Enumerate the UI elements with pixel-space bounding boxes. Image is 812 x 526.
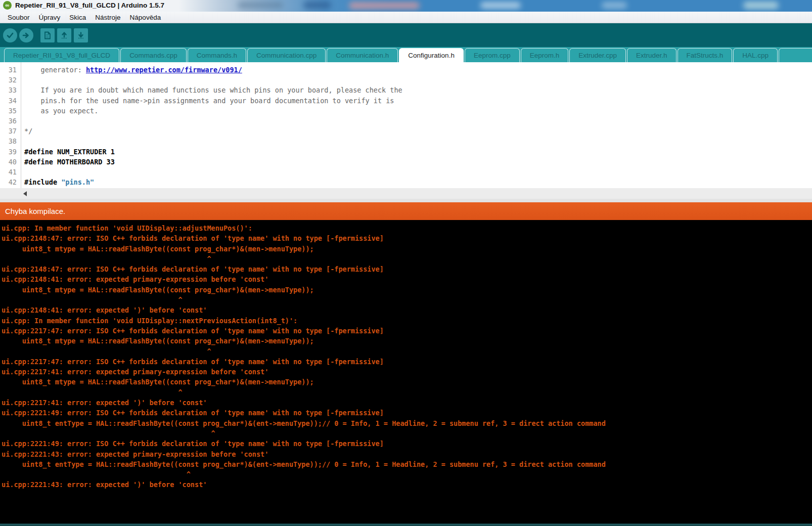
code-text [21,136,24,146]
tab-eeprom-cpp[interactable]: Eeprom.cpp [465,48,520,62]
background-window-artifact [480,2,521,9]
tab-extruder-cpp[interactable]: Extruder.cpp [569,48,626,62]
console-line: ui.cpp: In member function 'void UIDispl… [2,316,812,326]
status-strip [0,523,812,526]
console-line: uint8_t mtype = HAL::readFlashByte((cons… [2,377,812,387]
line-number: 41 [0,167,21,177]
console-line: ui.cpp:2148:47: error: ISO C++ forbids d… [2,233,812,243]
document-icon [43,31,52,39]
tab-communication-cpp[interactable]: Communication.cpp [247,48,326,62]
console-line: ^ [2,469,812,479]
tab-commands-h[interactable]: Commands.h [188,48,246,62]
console-line: ui.cpp:2148:41: error: expected primary-… [2,274,812,284]
open-button[interactable] [57,28,71,42]
file-tab-bar: Repetier_RII_91_V8_full_GLCDCommands.cpp… [0,47,812,62]
line-number: 34 [0,96,21,106]
console-output: ui.cpp: In member function 'void UIDispl… [0,220,812,523]
background-window-artifact [743,2,779,9]
code-text: #define NUM_EXTRUDER 1 [21,147,115,157]
background-window-artifact [303,1,331,9]
compile-error-message: Chyba kompilace. [5,207,65,215]
console-line: ^ [2,428,812,439]
line-number: 35 [0,106,21,116]
console-line: ui.cpp:2217:47: error: ISO C++ forbids d… [2,357,812,367]
divider [0,199,812,202]
code-text [21,116,24,126]
tab-fatstructs-h[interactable]: FatStructs.h [678,48,733,62]
line-number: 38 [0,136,21,146]
line-number: 37 [0,126,21,136]
code-text: pins.h for the used name->pin assignment… [21,96,394,106]
line-number: 42 [0,177,21,187]
compile-status-bar: Chyba kompilace. [0,202,812,220]
code-line: 36 [0,116,812,126]
console-line: ^ [2,254,812,264]
line-number: 31 [0,65,21,75]
console-line: ui.cpp:2217:47: error: ISO C++ forbids d… [2,326,812,336]
tab-commands-cpp[interactable]: Commands.cpp [120,48,187,62]
console-line: ^ [2,387,812,398]
upload-button[interactable] [19,28,33,42]
menu-item-pravy[interactable]: Úpravy [34,13,65,22]
background-window-artifact [349,2,420,9]
menu-item-nstroje[interactable]: Nástroje [91,13,125,22]
code-text: If you are in doubt which named function… [21,85,402,95]
code-link[interactable]: http://www.repetier.com/firmware/v091/ [86,66,242,74]
line-number: 39 [0,147,21,157]
horizontal-scrollbar[interactable] [0,188,812,199]
console-line: uint8_t entType = HAL::readFlashByte((co… [2,418,812,428]
scroll-left-arrow-icon[interactable] [23,191,27,196]
background-window-artifact [238,2,283,9]
console-line: ui.cpp:2148:41: error: expected ')' befo… [2,305,812,315]
code-text: #include "pins.h" [21,177,94,187]
code-line: 33 If you are in doubt which named funct… [0,85,812,95]
console-line: uint8_t entType = HAL::readFlashByte((co… [2,459,812,469]
tab-hal-cpp[interactable]: HAL.cpp [733,48,778,62]
console-line: ui.cpp:2148:47: error: ISO C++ forbids d… [2,264,812,274]
toolbar [0,23,812,47]
code-editor[interactable]: 31 generator: http://www.repetier.com/fi… [0,62,812,188]
code-line: 38 [0,136,812,146]
menu-item-npovda[interactable]: Nápověda [125,13,166,22]
console-line: ^ [2,346,812,357]
line-number: 32 [0,75,21,85]
check-icon [6,31,14,39]
arrow-down-icon [77,31,85,39]
title-bar: ∞ Repetier_RII_91_V8_full_GLCD | Arduino… [0,0,812,12]
verify-button[interactable] [3,28,17,42]
tab-eeprom-h[interactable]: Eeprom.h [521,48,569,62]
console-line: uint8_t mtype = HAL::readFlashByte((cons… [2,285,812,295]
code-line: 32 [0,75,812,85]
console-line: ui.cpp:2221:43: error: expected ')' befo… [2,479,812,490]
console-line: ui.cpp:2221:49: error: ISO C++ forbids d… [2,408,812,418]
tab-repetier-rii-91-v8-full-glcd[interactable]: Repetier_RII_91_V8_full_GLCD [4,48,119,62]
new-button[interactable] [40,28,55,42]
code-text: */ [21,126,32,136]
code-line: 40#define MOTHERBOARD 33 [0,157,812,167]
console-line: ^ [2,295,812,305]
console-line: ui.cpp:2221:43: error: expected primary-… [2,449,812,459]
code-line: 42#include "pins.h" [0,177,812,187]
background-window-artifact [602,2,627,9]
console-line: ui.cpp: In member function 'void UIDispl… [2,223,812,233]
console-line: uint8_t mtype = HAL::readFlashByte((cons… [2,244,812,254]
code-line: 41 [0,167,812,177]
line-number: 36 [0,116,21,126]
tab-extruder-h[interactable]: Extruder.h [627,48,676,62]
code-line: 31 generator: http://www.repetier.com/fi… [0,65,812,75]
arrow-up-icon [60,31,68,39]
code-text: #define MOTHERBOARD 33 [21,157,115,167]
code-text [21,167,24,177]
line-number: 40 [0,157,21,167]
menu-item-skica[interactable]: Skica [65,13,91,22]
window-title: Repetier_RII_91_V8_full_GLCD | Arduino 1… [15,2,164,9]
console-line: ui.cpp:2221:49: error: ISO C++ forbids d… [2,439,812,449]
save-button[interactable] [74,28,88,42]
arduino-logo-icon: ∞ [3,1,12,10]
tab-partial[interactable] [779,48,812,62]
code-text: as you expect. [21,106,98,116]
menu-item-soubor[interactable]: Soubor [3,13,34,22]
console-line: uint8_t mtype = HAL::readFlashByte((cons… [2,336,812,346]
tab-configuration-h[interactable]: Configuration.h [399,48,464,62]
tab-communication-h[interactable]: Communication.h [327,48,398,62]
